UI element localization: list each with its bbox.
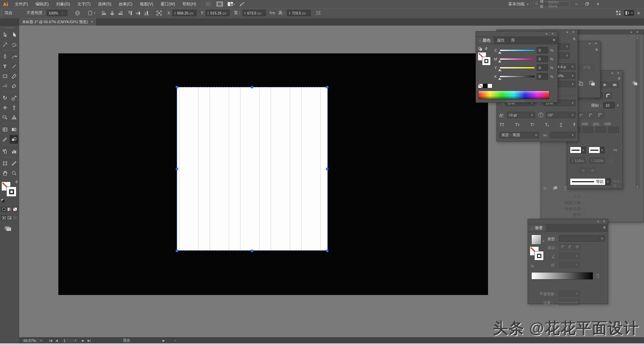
close-window-button[interactable]: × xyxy=(594,1,602,7)
lasso-tool[interactable] xyxy=(10,40,18,49)
char-rotation-input[interactable]: ▴▾0°∨ xyxy=(546,112,576,118)
puppet-warp-tool[interactable] xyxy=(10,103,18,112)
align-left-icon[interactable] xyxy=(102,11,107,15)
default-swatches-icon[interactable] xyxy=(1,199,5,203)
swap-fill-stroke-icon[interactable]: ⇄ xyxy=(14,180,19,184)
flip-along-icon[interactable]: ▽ xyxy=(613,184,616,188)
width-tool[interactable] xyxy=(1,103,9,112)
selection-handle-se[interactable] xyxy=(326,250,328,252)
group-items-icon[interactable] xyxy=(632,81,638,86)
restore-button[interactable] xyxy=(583,1,591,7)
trim-shapes-icon[interactable] xyxy=(589,81,595,86)
eraser-tool[interactable] xyxy=(10,82,18,90)
next-artboard-button[interactable]: ▶ xyxy=(82,339,84,342)
sync-disabled-icon[interactable]: ⊘ xyxy=(543,186,547,191)
tab-libraries[interactable]: 库 xyxy=(508,37,518,44)
dock-collapse-icon[interactable]: « xyxy=(630,30,632,34)
screen-mode-icon[interactable] xyxy=(4,226,12,232)
m-value-input[interactable]: 0 xyxy=(537,56,548,62)
copy-appearance-icon[interactable] xyxy=(478,47,483,51)
stroke-profile-select[interactable]: 等比 ∨ xyxy=(570,178,611,185)
white-swatch[interactable] xyxy=(488,84,492,88)
gradient-presets-chevron-icon[interactable]: ∨ xyxy=(543,240,544,243)
minimize-button[interactable]: ─ xyxy=(572,1,581,7)
layout-icon[interactable] xyxy=(228,2,233,6)
y-input[interactable]: ▴▾ 515.25 px xyxy=(206,10,230,16)
selection-handle-n[interactable] xyxy=(251,86,253,88)
arrowhead-start-select[interactable]: ∨ xyxy=(570,147,586,153)
gradient-type-select[interactable]: ∨ xyxy=(559,235,605,242)
bridge-button[interactable]: Br xyxy=(205,1,212,7)
stepper-down-icon[interactable]: ▾ xyxy=(208,13,209,15)
gradient-opacity-input[interactable]: ∨ xyxy=(559,290,580,297)
pen-tool[interactable] xyxy=(1,52,9,61)
y-stepper[interactable]: ▴▾ xyxy=(208,11,209,15)
perspective-grid-tool[interactable] xyxy=(10,113,18,122)
tab-gradient[interactable]: ◇渐变 xyxy=(528,225,546,232)
curvature-tool[interactable] xyxy=(10,52,18,61)
document-tab[interactable]: 未标题-1* @ 66.67% (CMYK/GPU 预览) × xyxy=(19,18,97,26)
selection-handle-e[interactable] xyxy=(326,168,328,170)
panel-collapse-icon[interactable]: « xyxy=(545,32,547,36)
none-fill-button[interactable] xyxy=(12,207,18,212)
link-scales-icon[interactable] xyxy=(609,158,613,163)
panel-close-icon[interactable]: × xyxy=(617,71,619,75)
color-fill-button[interactable] xyxy=(1,207,6,212)
align-stroke-center-button[interactable] xyxy=(577,112,585,118)
h-stepper[interactable]: ▴▾ xyxy=(289,11,290,15)
align-stroke-outside-button[interactable] xyxy=(596,112,604,118)
stroke-swatch[interactable] xyxy=(7,187,16,196)
doc-chevron-icon[interactable]: ∨ xyxy=(94,11,96,14)
opacity-chevron-icon[interactable]: › xyxy=(60,11,63,15)
distribute-icon[interactable] xyxy=(156,10,162,16)
x-stepper[interactable]: ▴▾ xyxy=(174,11,175,15)
swap-arrowheads-icon[interactable]: ⇆ xyxy=(613,147,617,152)
paintbrush-tool[interactable] xyxy=(10,72,18,81)
gradient-angle-input[interactable]: ∨ xyxy=(559,253,580,259)
opacity-input[interactable]: 100% › xyxy=(47,10,67,16)
panel-menu-icon[interactable]: ≡ xyxy=(573,37,575,41)
arrowhead-end-select[interactable]: ∨ xyxy=(589,147,605,153)
shaper-tool[interactable] xyxy=(1,82,9,90)
gradient-preview-swatch[interactable] xyxy=(531,235,541,245)
selection-handle-nw[interactable] xyxy=(176,86,178,88)
controlbar-grip[interactable] xyxy=(1,9,2,17)
first-artboard-button[interactable]: |◀ xyxy=(49,339,52,342)
panel-scrollbar[interactable]: ∧ ∨ xyxy=(636,37,640,188)
selection-handle-s[interactable] xyxy=(251,250,253,252)
column-graph-tool[interactable] xyxy=(10,147,18,156)
align-middle-icon[interactable] xyxy=(136,11,141,15)
scale-tool[interactable] xyxy=(10,94,18,102)
color-spectrum-bar[interactable] xyxy=(478,91,549,99)
menu-effect[interactable]: 效果(C) xyxy=(115,0,136,8)
stroke-swatch[interactable] xyxy=(535,251,543,260)
gradient-fill-button[interactable] xyxy=(7,207,12,212)
document-setup-icon[interactable] xyxy=(88,10,93,15)
direct-selection-tool[interactable] xyxy=(10,31,18,39)
dock-close-icon[interactable]: × xyxy=(636,30,638,34)
baseline-shift-input[interactable]: ▴▾0 pt∨ xyxy=(507,112,535,118)
tab-properties[interactable]: 属性 xyxy=(494,37,508,44)
scale-end-input[interactable]: ▴▾100% xyxy=(589,157,605,164)
menu-object[interactable]: 对象(O) xyxy=(52,0,73,8)
symbol-sprayer-tool[interactable] xyxy=(1,147,9,156)
height-input[interactable]: ▴▾ 729.5 px xyxy=(287,10,311,16)
round-join-button[interactable] xyxy=(604,92,612,99)
selected-blend-object[interactable] xyxy=(177,87,328,251)
panel-collapse-icon[interactable]: « xyxy=(597,219,599,223)
selection-handle-ne[interactable] xyxy=(326,86,328,88)
slider-c-track[interactable] xyxy=(499,49,535,51)
magic-wand-tool[interactable] xyxy=(1,40,9,49)
panel-menu-icon[interactable]: ≡ xyxy=(618,76,620,81)
toolbar-grip[interactable] xyxy=(5,27,14,29)
layout-chevron-icon[interactable]: ∨ xyxy=(233,3,235,6)
dash-input[interactable] xyxy=(595,127,606,133)
gradient-aspect-input[interactable]: ∨ xyxy=(559,261,580,268)
panel-resize-grip[interactable] xyxy=(559,302,578,303)
new-item-icon[interactable] xyxy=(553,186,557,190)
prev-artboard-button[interactable]: ◀ xyxy=(55,339,58,342)
none-swatch[interactable] xyxy=(478,84,483,88)
stroke-across-button[interactable] xyxy=(574,244,581,250)
menu-help[interactable]: 帮助(H) xyxy=(179,0,200,8)
stroke-along-button[interactable] xyxy=(567,244,574,250)
